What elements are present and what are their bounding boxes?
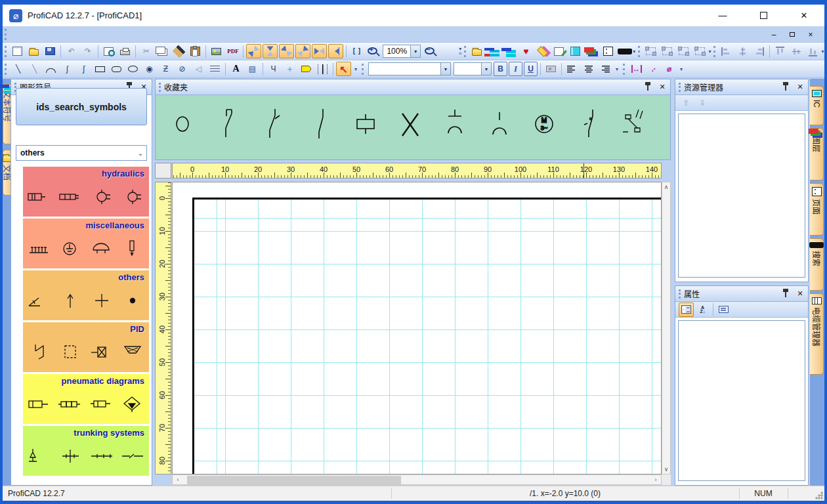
redo-button[interactable]: ↷ [80,44,95,58]
move-up-button[interactable]: ⇧ [679,96,694,110]
favorite-symbol-socket[interactable] [485,104,514,142]
bold-button[interactable]: B [494,62,507,76]
font-family-combobox[interactable]: ▼ [368,62,451,75]
text-block-tool[interactable]: ▤ [245,62,260,76]
category-others[interactable]: others [23,270,149,320]
category-miscellaneous[interactable]: miscellaneous [23,219,149,268]
resize-grip[interactable] [815,492,823,499]
zoom-in-button[interactable] [366,44,381,58]
levels-tool[interactable] [207,62,223,76]
special-text-button[interactable] [543,62,559,76]
symbol-earth[interactable] [57,240,83,258]
symbol-group-select[interactable]: others ⌄ [16,145,147,161]
align-left-button[interactable] [719,44,734,58]
underline-button[interactable]: U [524,62,538,76]
vertical-scrollbar[interactable]: ∧ ∨ [662,182,671,474]
toolbar-grip[interactable] [713,46,715,57]
toolbar-grip[interactable] [5,46,7,57]
circle-tool[interactable]: ◉ [142,62,157,76]
text-align-center-button[interactable] [581,62,596,76]
text-align-left-button[interactable] [564,62,580,76]
symbol-tline[interactable] [89,447,115,465]
favorite-symbol-circle[interactable] [173,104,201,142]
align-right-button[interactable] [752,44,767,58]
pin-button[interactable] [780,289,791,299]
symbol-comb[interactable] [26,240,53,258]
chevron-down-icon[interactable]: ▼ [481,63,491,75]
toolbar-overflow-button[interactable]: ▾ [613,61,621,77]
toolbar-grip[interactable] [638,46,640,57]
mdi-restore-button[interactable] [788,30,797,39]
pin-button[interactable] [780,82,791,92]
search-symbols-button[interactable]: ids_search_symbols [16,88,147,125]
favorite-symbol-switch-4[interactable] [574,104,603,142]
favorite-symbol-switch-2[interactable] [262,104,291,142]
pages-button[interactable] [601,44,616,58]
symbol-tree-button[interactable] [486,44,501,58]
symbol-pump[interactable] [89,188,115,206]
scrollbar-thumb[interactable] [187,476,401,484]
favorites-button[interactable]: ♥ [519,44,534,58]
flip-down-button[interactable] [295,44,310,58]
align-bottom-button[interactable] [805,44,820,58]
edit-symbol-button[interactable] [551,44,566,58]
minimize-button[interactable]: — [702,5,743,26]
toolbar-grip[interactable] [464,46,466,57]
format-painter-button[interactable] [171,44,186,58]
cut-button[interactable]: ✂ [138,44,154,58]
symbol-pvalve[interactable] [89,343,115,362]
explorer-panel-header[interactable]: 资源管理器 ✕ [675,79,808,95]
scroll-left-icon[interactable]: ‹ [173,475,183,484]
ungroup-button[interactable] [660,44,675,58]
mirror-horizontal-button[interactable] [312,44,327,58]
ellipse-tool[interactable] [125,62,140,76]
panel-grip[interactable] [679,289,681,299]
favorite-symbol-coil[interactable] [351,104,380,142]
symbol-notes-button[interactable] [535,44,550,58]
toolbar-overflow-button[interactable]: ▾ [821,43,824,59]
arrow-circle-tool[interactable]: ◁ [191,62,206,76]
title-bar[interactable]: ⌀ ProfiCAD 12.2.7 - [ProfiCAD1] — ✕ [3,5,824,26]
rectangle-tool[interactable] [93,62,108,76]
symbol-pole[interactable] [26,447,53,465]
save-button[interactable] [43,44,58,58]
drawing-viewport[interactable] [172,182,662,474]
menu-help[interactable] [128,33,141,35]
close-button[interactable]: ✕ [784,5,824,26]
category-trunking[interactable]: trunking systems [23,426,149,476]
symbol-valve[interactable] [57,188,83,206]
sort-alphabetical-button[interactable]: AZ↓ [695,303,710,317]
tab-cable-manager[interactable]: 电缆管理器 [810,293,824,375]
categorized-view-button[interactable] [679,303,694,317]
symbol-category-list[interactable]: hydraulics miscellaneous others PID pneu… [12,165,151,484]
chevron-down-icon[interactable]: ▼ [440,63,450,75]
print-button[interactable] [117,44,133,58]
dimension-diameter-button[interactable]: ⌀ [662,62,677,76]
symbol-dome[interactable] [89,240,115,258]
rotate-right-button[interactable] [279,44,294,58]
dimension-linear-button[interactable]: ↔ [629,62,644,76]
drawing-page[interactable] [192,198,662,474]
move-down-button[interactable]: ⇩ [695,96,710,110]
symbol-cartridge[interactable] [119,240,146,258]
toolbar-grip[interactable] [5,64,7,75]
menu-align[interactable] [89,33,102,35]
curve-tool[interactable]: ʃ [76,62,91,76]
zoom-area-button[interactable]: [ ] [349,44,364,58]
mdi-minimize-button[interactable]: – [769,30,778,39]
menu-edit[interactable] [23,33,36,35]
label-tool[interactable] [299,62,314,76]
menu-grip[interactable] [5,29,7,40]
menu-insert[interactable] [49,33,62,35]
toolbar-overflow-button[interactable]: ▾ [633,43,636,59]
netlist-button[interactable] [568,44,583,58]
panel-grip[interactable] [159,83,161,92]
toolbar-overflow-button[interactable]: ▾ [708,43,711,59]
new-button[interactable] [10,44,25,58]
menu-window[interactable] [115,33,128,35]
symbol-library-button[interactable] [469,44,484,58]
close-panel-button[interactable]: ✕ [795,82,805,92]
category-pid[interactable]: PID [23,322,149,372]
text-tool[interactable]: A [228,62,244,76]
no-fill-tool[interactable]: ⊘ [175,62,190,76]
